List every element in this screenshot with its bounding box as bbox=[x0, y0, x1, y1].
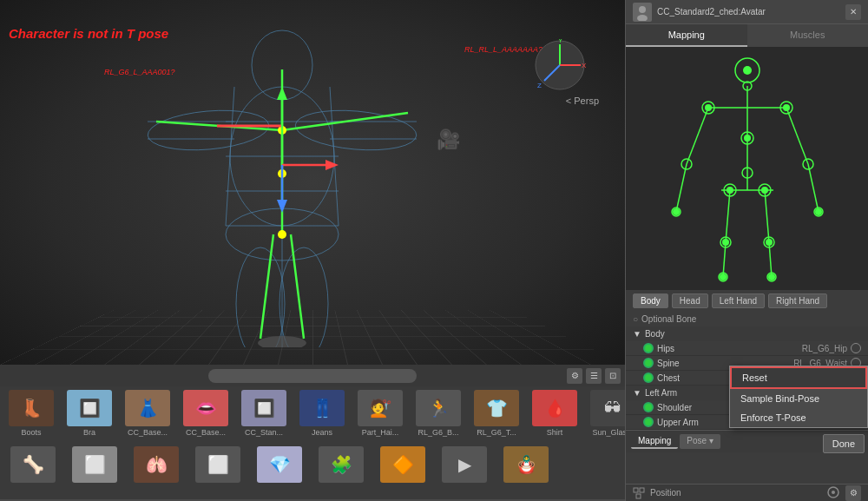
body-buttons: Body Head Left Hand Right Hand bbox=[626, 290, 868, 312]
asset-item[interactable]: 🧩 bbox=[312, 446, 371, 485]
bone-dot-shoulder bbox=[643, 402, 654, 412]
svg-point-2 bbox=[146, 106, 270, 155]
body-button-body[interactable]: Body bbox=[633, 293, 668, 308]
asset-thumb: ⬜ bbox=[195, 446, 240, 483]
annotation-right: RL_RL_L_AAAAAAA? bbox=[464, 45, 542, 54]
svg-rect-85 bbox=[634, 488, 638, 492]
ctx-item-sample-bind-pose[interactable]: Sample Bind-Pose bbox=[730, 389, 867, 408]
asset-item[interactable]: 🔲CC_Stan... bbox=[236, 390, 292, 437]
asset-label: Bra bbox=[62, 428, 117, 437]
asset-item[interactable]: 👖Jeans bbox=[294, 390, 350, 437]
coord-settings-btn[interactable]: ⚙ bbox=[845, 485, 861, 501]
asset-label: Shirt bbox=[527, 428, 582, 437]
asset-thumb: 🕶 bbox=[590, 390, 625, 426]
asset-label: CC_Stan... bbox=[236, 428, 292, 437]
panel-tabs: Mapping Muscles bbox=[626, 24, 868, 47]
svg-rect-86 bbox=[640, 488, 644, 492]
asset-item[interactable]: 💇Part_Hai... bbox=[352, 390, 408, 437]
asset-item[interactable]: ⬜ bbox=[65, 446, 124, 485]
asset-label: Part_Hai... bbox=[352, 428, 408, 437]
assets-strip: 👢Boots🔲Bra👗CC_Base...👄CC_Base...🔲CC_Stan… bbox=[0, 386, 625, 499]
svg-point-26 bbox=[278, 230, 286, 239]
asset-item[interactable]: ▶ bbox=[435, 446, 494, 485]
asset-label: RL_G6_T... bbox=[469, 428, 524, 437]
asset-thumb: 🏃 bbox=[416, 390, 461, 426]
skeleton-display bbox=[626, 47, 868, 290]
asset-item[interactable]: 💎 bbox=[250, 446, 309, 485]
mapping-pose-tabs: Mapping Pose ▾ bbox=[631, 434, 720, 449]
asset-item[interactable]: 👄CC_Base... bbox=[178, 390, 233, 437]
asset-thumb: 👗 bbox=[125, 390, 170, 426]
asset-item[interactable]: 🔶 bbox=[373, 446, 432, 485]
viewport-toolbar: ⚙ ☰ ⊡ bbox=[0, 365, 625, 386]
asset-label: CC_Base... bbox=[120, 428, 175, 437]
svg-text:Y: Y bbox=[558, 39, 563, 44]
optional-bone-header: ○ Optional Bone bbox=[626, 312, 868, 326]
section-left-arm-label: Left Arm bbox=[645, 388, 677, 398]
toolbar-btn-3[interactable]: ⊡ bbox=[605, 368, 621, 384]
panel-close-btn[interactable]: ✕ bbox=[845, 4, 861, 20]
position-label: Position bbox=[650, 488, 681, 498]
svg-point-80 bbox=[766, 239, 773, 246]
mp-tab-mapping[interactable]: Mapping bbox=[631, 434, 678, 449]
asset-thumb: 🫁 bbox=[134, 446, 179, 483]
asset-label: Sun_Glas... bbox=[585, 428, 625, 437]
svg-rect-87 bbox=[636, 494, 641, 498]
svg-marker-33 bbox=[277, 200, 287, 213]
svg-line-23 bbox=[291, 234, 304, 339]
asset-thumb: 👄 bbox=[183, 390, 228, 426]
bone-btn-hips[interactable] bbox=[851, 343, 861, 353]
svg-point-75 bbox=[783, 104, 790, 111]
mp-tab-pose[interactable]: Pose ▾ bbox=[680, 434, 720, 449]
ctx-item-enforce-t-pose[interactable]: Enforce T-Pose bbox=[730, 408, 867, 427]
bone-dot-hips bbox=[643, 343, 654, 353]
3d-viewport[interactable]: Character is not in T pose RL_RL_L_AAAAA… bbox=[0, 0, 625, 365]
panel-header: CC_Standard2_ched:Avatar ✕ bbox=[626, 0, 868, 24]
svg-point-78 bbox=[761, 187, 768, 194]
body-button-right-hand[interactable]: Right Hand bbox=[768, 293, 827, 308]
svg-point-79 bbox=[722, 239, 729, 246]
search-bar[interactable] bbox=[208, 369, 417, 383]
asset-item[interactable]: 🪆 bbox=[496, 446, 556, 485]
asset-item[interactable]: 👢Boots bbox=[3, 390, 59, 437]
done-button[interactable]: Done bbox=[823, 434, 865, 453]
asset-thumb: 🔲 bbox=[241, 390, 286, 426]
coord-icon bbox=[826, 485, 840, 501]
svg-point-76 bbox=[744, 135, 751, 142]
camera-icon: 🎥 bbox=[437, 129, 460, 151]
tab-mapping[interactable]: Mapping bbox=[626, 24, 747, 47]
asset-item[interactable]: 🏃RL_G6_B... bbox=[411, 390, 466, 437]
skeleton-svg bbox=[661, 51, 834, 286]
asset-item[interactable]: 🕶Sun_Glas... bbox=[585, 390, 625, 437]
toolbar-btn-1[interactable]: ⚙ bbox=[567, 368, 582, 384]
asset-item[interactable]: ⬜ bbox=[188, 446, 247, 485]
asset-label: RL_G6_B... bbox=[411, 428, 466, 437]
asset-label: CC_Base... bbox=[178, 428, 233, 437]
svg-point-82 bbox=[815, 208, 822, 215]
asset-item[interactable]: 🩸Shirt bbox=[527, 390, 582, 437]
ctx-item-reset[interactable]: Reset bbox=[730, 366, 867, 389]
assets-row-1: 👢Boots🔲Bra👗CC_Base...👄CC_Base...🔲CC_Stan… bbox=[0, 386, 625, 443]
asset-thumb: 👖 bbox=[299, 390, 345, 426]
asset-thumb: 🩸 bbox=[532, 390, 577, 426]
body-button-left-hand[interactable]: Left Hand bbox=[712, 293, 765, 308]
asset-item[interactable]: 🔲Bra bbox=[62, 390, 117, 437]
asset-thumb: 💇 bbox=[358, 390, 403, 426]
context-menu: Reset Sample Bind-Pose Enforce T-Pose bbox=[729, 366, 868, 428]
bone-name-hips: Hips bbox=[657, 344, 751, 353]
asset-item[interactable]: 🦴 bbox=[3, 446, 62, 485]
svg-marker-29 bbox=[277, 87, 287, 100]
asset-item[interactable]: 🫁 bbox=[127, 446, 186, 485]
toolbar-btn-2[interactable]: ☰ bbox=[586, 368, 602, 384]
body-button-head[interactable]: Head bbox=[672, 293, 708, 308]
svg-point-74 bbox=[705, 104, 712, 111]
section-body: ▼ Body bbox=[626, 326, 868, 341]
asset-item[interactable]: 👕RL_G6_T... bbox=[469, 390, 524, 437]
asset-label: Jeans bbox=[294, 428, 350, 437]
tab-muscles[interactable]: Muscles bbox=[747, 24, 869, 47]
svg-point-84 bbox=[768, 274, 775, 280]
bone-row-hips: Hips RL_G6_Hip bbox=[626, 341, 868, 356]
avatar-name: CC_Standard2_ched:Avatar bbox=[657, 7, 840, 16]
asset-item[interactable]: 👗CC_Base... bbox=[120, 390, 175, 437]
asset-label: Boots bbox=[3, 428, 59, 437]
